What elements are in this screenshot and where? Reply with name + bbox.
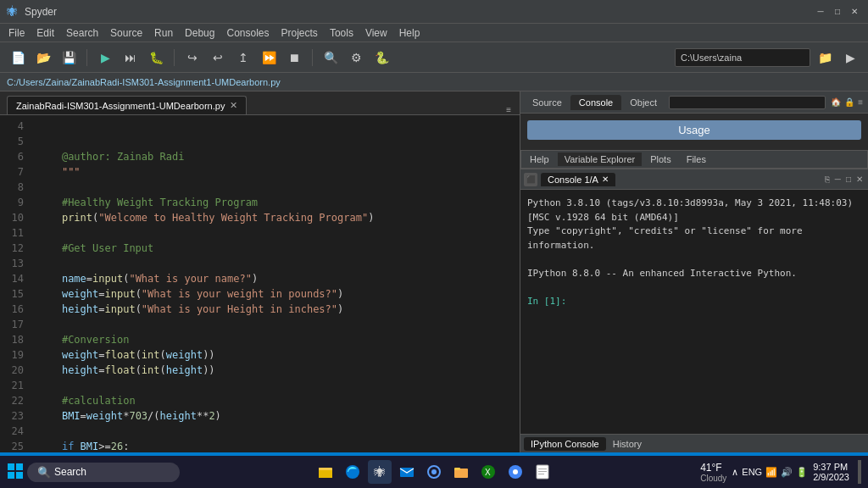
menu-view[interactable]: View [360, 25, 392, 41]
menu-run[interactable]: Run [149, 25, 178, 41]
console-minimize-button[interactable]: ─ [833, 175, 843, 184]
console-icon[interactable]: ⬛ [524, 173, 537, 186]
svg-rect-19 [538, 471, 547, 472]
empty-line-2 [527, 280, 861, 295]
preferences-button[interactable]: ⚙ [345, 47, 367, 69]
stop-button[interactable]: ⏹ [283, 47, 305, 69]
spyder-icon[interactable]: 🕷 [368, 460, 392, 484]
lang-indicator: ENG [742, 467, 762, 477]
copyright-line: Type "copyright", "credits" or "license"… [527, 225, 861, 252]
line-numbers: 4 5 6 7 8 9 10 11 12 13 14 15 16 17 18 1… [0, 115, 31, 452]
menu-tools[interactable]: Tools [325, 25, 359, 41]
path-bar: C:/Users/Zaina/ZainabRadi-ISM301-Assignm… [0, 73, 868, 92]
minimize-button[interactable]: ─ [814, 5, 827, 19]
subtab-plots[interactable]: Plots [643, 152, 677, 166]
console-maximize-button[interactable]: □ [844, 175, 853, 184]
taskbar-right: 41°F Cloudy ∧ ENG 📶 🔊 🔋 9:37 PM 2/9/2023 [700, 460, 861, 484]
svg-text:X: X [485, 468, 491, 477]
subtab-variable-explorer[interactable]: Variable Explorer [558, 152, 643, 166]
speaker-icon: 🔊 [781, 467, 793, 478]
game-icon[interactable]: X [476, 460, 500, 484]
network-icon: 📶 [765, 467, 777, 478]
menu-consoles[interactable]: Consoles [221, 25, 274, 41]
console-tab-1[interactable]: Console 1/A ✕ [541, 173, 615, 186]
menu-search[interactable]: Search [61, 25, 103, 41]
editor-panel: ZainabRadi-ISM301-Assignment1-UMDearborn… [0, 92, 520, 452]
subtab-files[interactable]: Files [680, 152, 713, 166]
chrome-icon[interactable] [504, 460, 527, 484]
show-desktop-button[interactable] [858, 460, 861, 484]
tab-object[interactable]: Object [621, 95, 665, 110]
notes-icon[interactable] [531, 460, 554, 484]
editor-content: 4 5 6 7 8 9 10 11 12 13 14 15 16 17 18 1… [0, 115, 520, 452]
help-options-button[interactable]: ≡ [856, 97, 865, 107]
menu-projects[interactable]: Projects [276, 25, 323, 41]
path-input[interactable] [675, 48, 810, 67]
editor-tab-active[interactable]: ZainabRadi-ISM301-Assignment1-UMDearborn… [7, 96, 247, 114]
svg-rect-6 [319, 468, 325, 470]
battery-icon: 🔋 [796, 467, 808, 478]
search-icon: 🔍 [37, 466, 51, 479]
console-tab-close[interactable]: ✕ [602, 175, 609, 184]
run-button[interactable]: ▶ [94, 47, 116, 69]
close-button[interactable]: ✕ [848, 5, 861, 19]
object-search-input[interactable] [669, 96, 826, 109]
browse-button[interactable]: 📁 [814, 47, 836, 69]
taskbar-search[interactable]: 🔍 Search [27, 463, 180, 482]
console-close-button[interactable]: ✕ [854, 175, 865, 184]
open-file-button[interactable]: 📂 [32, 47, 54, 69]
tab-console[interactable]: Console [570, 95, 621, 110]
taskbar: 🔍 Search 🕷 X [0, 456, 868, 488]
taskbar-center: 🕷 X [314, 460, 554, 484]
title-bar: 🕷 Spyder ─ □ ✕ [0, 0, 868, 24]
subtab-help[interactable]: Help [523, 152, 556, 166]
step-into-button[interactable]: ↩ [207, 47, 229, 69]
step-over-button[interactable]: ↪ [181, 47, 203, 69]
continue-button[interactable]: ⏩ [258, 47, 280, 69]
menu-debug[interactable]: Debug [180, 25, 220, 41]
menu-file[interactable]: File [3, 25, 30, 41]
mail-icon[interactable] [395, 460, 419, 484]
edge-icon[interactable] [341, 460, 364, 484]
tab-close-button[interactable]: ✕ [230, 100, 237, 111]
clock: 9:37 PM 2/9/2023 [813, 462, 849, 482]
new-file-button[interactable]: 📄 [7, 47, 29, 69]
file-explorer-icon[interactable] [314, 460, 337, 484]
taskbar-left: 🔍 Search [7, 463, 180, 482]
zoom-in-button[interactable]: 🔍 [320, 47, 342, 69]
console-controls: ⎘ ─ □ ✕ [823, 175, 865, 184]
run-cell-button[interactable]: ⏭ [120, 47, 142, 69]
help-lock-button[interactable]: 🔒 [843, 97, 856, 107]
python-button[interactable]: 🐍 [370, 47, 392, 69]
weather-condition: Cloudy [700, 474, 726, 483]
help-home-button[interactable]: 🏠 [829, 97, 843, 107]
console-copy-button[interactable]: ⎘ [823, 175, 832, 184]
up-arrow-icon[interactable]: ∧ [732, 467, 738, 478]
menu-help[interactable]: Help [394, 25, 426, 41]
toolbar-separator-3 [312, 49, 313, 66]
code-editor[interactable]: @author: Zainab Radi """ #Healthy Weight… [31, 115, 520, 452]
ipython-console-tab[interactable]: IPython Console [524, 437, 606, 451]
console-bottom-tabs: IPython Console History [520, 434, 868, 452]
date: 2/9/2023 [813, 472, 849, 482]
svg-rect-2 [8, 472, 14, 479]
debug-button[interactable]: 🐛 [145, 47, 167, 69]
history-tab[interactable]: History [606, 437, 648, 451]
console-tab-label: Console 1/A [548, 175, 598, 185]
svg-rect-3 [16, 472, 23, 479]
tab-source[interactable]: Source [524, 95, 570, 110]
toolbar-separator-2 [174, 49, 175, 66]
maximize-button[interactable]: □ [831, 5, 844, 19]
menu-source[interactable]: Source [105, 25, 147, 41]
cortana-icon[interactable] [422, 460, 446, 484]
console-panel: ⬛ Console 1/A ✕ ⎘ ─ □ ✕ Python 3.8.10 (t… [520, 169, 868, 452]
start-button[interactable] [7, 463, 24, 482]
next-button[interactable]: ▶ [839, 47, 861, 69]
usage-panel: Usage [520, 114, 868, 150]
save-button[interactable]: 💾 [58, 47, 80, 69]
menu-edit[interactable]: Edit [31, 25, 59, 41]
editor-options-button[interactable]: ≡ [504, 105, 513, 114]
toolbar: 📄 📂 💾 ▶ ⏭ 🐛 ↪ ↩ ↥ ⏩ ⏹ 🔍 ⚙ 🐍 📁 ▶ [0, 42, 868, 73]
step-out-button[interactable]: ↥ [232, 47, 254, 69]
orange-folder-icon[interactable] [449, 460, 473, 484]
